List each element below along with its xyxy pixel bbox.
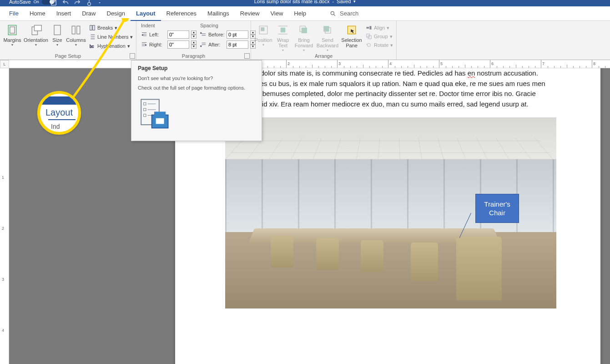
indent-right-input[interactable] <box>167 40 189 49</box>
page-setup-tooltip-icon <box>138 97 171 134</box>
tab-design[interactable]: Design <box>101 6 131 21</box>
ribbon-tabs: File Home Insert Draw Design Layout Refe… <box>0 6 610 21</box>
document-paragraph[interactable]: Loris sump dolor sits mate is, is commun… <box>225 68 550 109</box>
indent-right-icon <box>141 41 147 48</box>
wrap-text-icon <box>277 24 289 36</box>
size-button[interactable]: Size▾ <box>50 23 65 50</box>
svg-rect-29 <box>261 28 264 31</box>
undo-icon[interactable] <box>62 0 69 6</box>
spacing-before-row: Before: ▲▼ <box>200 30 256 39</box>
rotate-icon <box>366 42 372 48</box>
bring-forward-button: Bring Forward▾ <box>293 23 315 52</box>
image-chair <box>316 238 339 270</box>
tooltip-line1: Don't see what you're looking for? <box>138 75 245 82</box>
group-arrange: Position▾ Wrap Text▾ Bring Forward▾ Send… <box>251 21 397 60</box>
indent-heading: Indent <box>141 23 197 28</box>
autosave-label: AutoSave <box>9 0 31 5</box>
rotate-button: Rotate ▾ <box>366 41 393 49</box>
tab-help[interactable]: Help <box>288 6 312 21</box>
ribbon: Margins▾ Orientation▾ Size▾ Columns▾ Bre… <box>0 21 610 60</box>
save-icon[interactable] <box>50 0 57 6</box>
autosave-toggle[interactable]: AutoSave On <box>9 0 55 5</box>
titlebar: AutoSave On Loris sump dolor sits mate i… <box>0 0 610 6</box>
tab-layout[interactable]: Layout <box>131 6 161 21</box>
tab-draw[interactable]: Draw <box>76 6 101 21</box>
group-label-paragraph: Paragraph <box>136 53 251 59</box>
tab-mailings[interactable]: Mailings <box>202 6 235 21</box>
spin-down[interactable]: ▼ <box>191 45 197 49</box>
doc-name: Loris sump dolor sits mate is.docx <box>254 0 330 4</box>
tab-insert[interactable]: Insert <box>51 6 77 21</box>
line-numbers-button[interactable]: Line Numbers ▾ <box>89 33 133 41</box>
document-title[interactable]: Loris sump dolor sits mate is.docx - Sav… <box>254 0 356 4</box>
columns-button[interactable]: Columns▾ <box>66 23 86 50</box>
indent-left-input[interactable] <box>167 30 189 39</box>
svg-rect-51 <box>156 118 164 124</box>
svg-text:bc: bc <box>90 44 94 49</box>
tab-file[interactable]: File <box>4 6 24 21</box>
breaks-icon <box>89 25 96 31</box>
spin-up[interactable]: ▲ <box>191 30 197 35</box>
margins-button[interactable]: Margins▾ <box>3 23 22 50</box>
selection-pane-icon <box>345 24 358 36</box>
breaks-button[interactable]: Breaks ▾ <box>89 24 133 32</box>
zoom-main-text: Layout <box>40 107 78 118</box>
tab-view[interactable]: View <box>265 6 288 21</box>
svg-rect-13 <box>93 25 95 30</box>
hyphenation-icon: bc <box>89 43 96 49</box>
wrap-text-button: Wrap Text▾ <box>274 23 292 52</box>
hyphenation-button[interactable]: bcHyphenation ▾ <box>89 42 133 50</box>
vertical-ruler[interactable]: 123456 <box>0 68 9 364</box>
bring-forward-icon <box>297 24 310 36</box>
tab-home[interactable]: Home <box>24 6 51 21</box>
callout-box[interactable]: Trainer's Chair <box>475 194 519 223</box>
page-setup-launcher[interactable] <box>130 53 135 59</box>
document-image[interactable]: Trainer's Chair <box>225 117 556 308</box>
tab-references[interactable]: References <box>161 6 202 21</box>
spacing-before-input[interactable] <box>227 30 248 39</box>
callout-connector[interactable] <box>448 213 475 240</box>
spacing-after-icon <box>200 41 207 48</box>
svg-rect-30 <box>281 28 286 33</box>
svg-line-4 <box>334 14 335 15</box>
group-label-page-setup: Page Setup <box>0 53 136 59</box>
tab-review[interactable]: Review <box>235 6 265 21</box>
document-area[interactable]: Loris sump dolor sits mate is, is commun… <box>9 68 610 364</box>
spacing-after-input[interactable] <box>227 40 248 49</box>
ruler-corner[interactable]: L <box>0 60 9 68</box>
group-label-arrange: Arrange <box>251 53 396 59</box>
group-button: Group ▾ <box>366 32 393 40</box>
orientation-button[interactable]: Orientation▾ <box>23 23 49 50</box>
svg-rect-9 <box>54 25 60 35</box>
redo-icon[interactable] <box>74 0 81 6</box>
align-icon <box>366 25 372 31</box>
zoom-sub-text: Ind <box>51 123 60 130</box>
chevron-down-icon[interactable]: ▾ <box>353 0 356 4</box>
quick-access-toolbar <box>50 0 102 6</box>
svg-rect-45 <box>144 108 146 111</box>
group-page-setup: Margins▾ Orientation▾ Size▾ Columns▾ Bre… <box>0 21 136 60</box>
spin-down[interactable]: ▼ <box>191 35 197 39</box>
search-label: Search <box>340 10 358 17</box>
save-state: Saved <box>337 0 351 4</box>
indent-left-row: Left: ▲▼ <box>141 30 197 39</box>
group-paragraph: Indent Left: ▲▼ Right: ▲▼ Spacing <box>136 21 251 60</box>
spin-up[interactable]: ▲ <box>191 40 197 45</box>
image-chair <box>456 237 502 300</box>
selection-pane-button[interactable]: Selection Pane <box>340 23 363 52</box>
qat-dropdown-icon[interactable] <box>97 0 102 6</box>
svg-rect-10 <box>72 26 75 34</box>
position-icon <box>257 24 270 36</box>
spacing-before-icon <box>200 31 207 38</box>
svg-rect-8 <box>35 25 42 31</box>
columns-icon <box>70 24 82 36</box>
image-chair <box>361 240 383 272</box>
svg-rect-35 <box>323 26 329 31</box>
touch-mode-icon[interactable] <box>86 0 93 6</box>
svg-rect-39 <box>370 26 372 30</box>
svg-rect-50 <box>154 111 166 116</box>
search-box[interactable]: Search <box>330 10 358 17</box>
horizontal-ruler[interactable]: 12345678 <box>9 60 610 68</box>
orientation-icon <box>30 24 42 36</box>
paragraph-launcher[interactable] <box>244 53 250 59</box>
